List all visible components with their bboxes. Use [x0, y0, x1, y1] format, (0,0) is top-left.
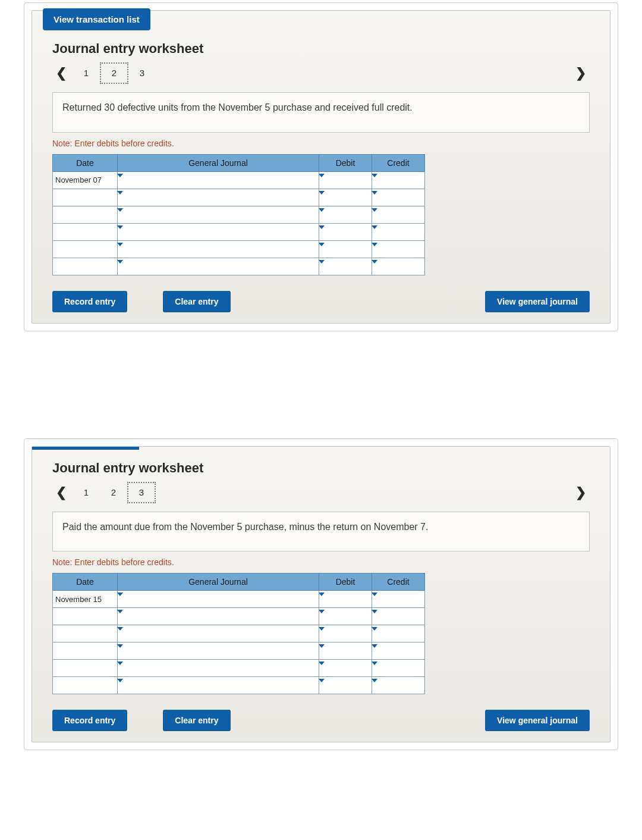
dropdown-icon [319, 260, 325, 264]
table-row [53, 660, 425, 677]
date-cell[interactable]: November 15 [53, 591, 118, 608]
credit-cell[interactable] [372, 206, 425, 223]
page-1[interactable]: 1 [73, 482, 100, 503]
view-general-journal-button[interactable]: View general journal [485, 710, 590, 731]
credit-cell[interactable] [372, 625, 425, 642]
header-date: Date [53, 154, 118, 171]
header-date: Date [53, 573, 118, 591]
credit-cell[interactable] [372, 677, 425, 694]
view-general-journal-button[interactable]: View general journal [485, 291, 590, 312]
date-cell[interactable] [53, 223, 118, 240]
chevron-left-icon[interactable]: ❮ [50, 63, 73, 83]
dropdown-icon [117, 243, 123, 246]
worksheet-card-2: Journal entry worksheet ❮ 1 2 3 ❯ Paid t… [24, 438, 618, 751]
dropdown-icon [117, 610, 123, 613]
dropdown-icon [319, 644, 325, 648]
page-2[interactable]: 2 [100, 482, 127, 503]
dropdown-icon [117, 208, 123, 212]
table-row: November 07 [53, 171, 425, 189]
worksheet-card-1: View transaction list Journal entry work… [24, 2, 618, 331]
account-cell[interactable] [118, 660, 319, 677]
date-cell[interactable] [53, 660, 118, 677]
dropdown-icon [372, 174, 377, 177]
dropdown-icon [372, 191, 377, 195]
account-cell[interactable] [118, 240, 319, 258]
record-entry-button[interactable]: Record entry [52, 291, 127, 312]
credit-cell[interactable] [372, 171, 425, 189]
page-3[interactable]: 3 [128, 63, 156, 83]
debit-cell[interactable] [319, 660, 372, 677]
table-row [53, 189, 425, 206]
debit-cell[interactable] [319, 206, 372, 223]
header-general-journal: General Journal [118, 154, 319, 171]
dropdown-icon [319, 593, 325, 596]
credit-cell[interactable] [372, 642, 425, 660]
credit-cell[interactable] [372, 591, 425, 608]
dropdown-icon [117, 662, 123, 665]
debit-cell[interactable] [319, 240, 372, 258]
account-cell[interactable] [118, 642, 319, 660]
clear-entry-button[interactable]: Clear entry [163, 710, 230, 731]
debit-cell[interactable] [319, 258, 372, 275]
account-cell[interactable] [118, 258, 319, 275]
date-cell[interactable] [53, 240, 118, 258]
debit-cell[interactable] [319, 591, 372, 608]
dropdown-icon [319, 174, 325, 177]
dropdown-icon [372, 662, 377, 665]
header-debit: Debit [319, 154, 372, 171]
account-cell[interactable] [118, 223, 319, 240]
worksheet-title: Journal entry worksheet [52, 460, 610, 476]
debit-cell[interactable] [319, 677, 372, 694]
credit-cell[interactable] [372, 608, 425, 625]
date-cell[interactable] [53, 642, 118, 660]
account-cell[interactable] [118, 591, 319, 608]
page-2[interactable]: 2 [100, 62, 128, 84]
table-row: November 15 [53, 591, 425, 608]
dropdown-icon [372, 593, 377, 596]
chevron-left-icon[interactable]: ❮ [50, 482, 73, 503]
date-cell[interactable] [53, 189, 118, 206]
dropdown-icon [372, 679, 377, 682]
table-row [53, 677, 425, 694]
record-entry-button[interactable]: Record entry [52, 710, 127, 731]
clear-entry-button[interactable]: Clear entry [163, 291, 230, 312]
journal-entry-table: Date General Journal Debit Credit Novemb… [52, 154, 425, 275]
credit-cell[interactable] [372, 660, 425, 677]
account-cell[interactable] [118, 608, 319, 625]
account-cell[interactable] [118, 677, 319, 694]
page-3[interactable]: 3 [127, 482, 156, 503]
dropdown-icon [372, 208, 377, 212]
credit-cell[interactable] [372, 223, 425, 240]
button-row: Record entry Clear entry View general jo… [52, 710, 590, 731]
date-cell[interactable] [53, 677, 118, 694]
account-cell[interactable] [118, 625, 319, 642]
dropdown-icon [319, 679, 325, 682]
dropdown-icon [372, 260, 377, 264]
account-cell[interactable] [118, 171, 319, 189]
date-cell[interactable] [53, 625, 118, 642]
debit-cell[interactable] [319, 223, 372, 240]
date-cell[interactable] [53, 206, 118, 223]
dropdown-icon [372, 610, 377, 613]
credit-cell[interactable] [372, 240, 425, 258]
date-cell[interactable] [53, 608, 118, 625]
date-cell[interactable]: November 07 [53, 171, 118, 189]
chevron-right-icon[interactable]: ❯ [569, 482, 592, 503]
view-transaction-list-button[interactable]: View transaction list [43, 8, 150, 30]
debit-cell[interactable] [319, 625, 372, 642]
debit-cell[interactable] [319, 642, 372, 660]
debit-cell[interactable] [319, 608, 372, 625]
dropdown-icon [117, 225, 123, 229]
account-cell[interactable] [118, 206, 319, 223]
page-1[interactable]: 1 [73, 63, 100, 83]
dropdown-icon [372, 243, 377, 246]
credit-cell[interactable] [372, 258, 425, 275]
chevron-right-icon[interactable]: ❯ [569, 63, 592, 83]
credit-cell[interactable] [372, 189, 425, 206]
date-cell[interactable] [53, 258, 118, 275]
debit-cell[interactable] [319, 171, 372, 189]
table-row [53, 240, 425, 258]
debit-cell[interactable] [319, 189, 372, 206]
account-cell[interactable] [118, 189, 319, 206]
transaction-description: Paid the amount due from the November 5 … [52, 512, 590, 552]
